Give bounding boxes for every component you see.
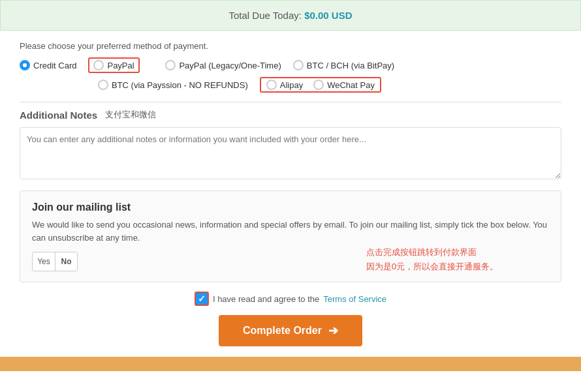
- payment-instruction: Please choose your preferred method of p…: [20, 41, 561, 51]
- total-bar: Total Due Today: $0.00 USD: [0, 0, 581, 31]
- radio-alipay: [266, 80, 277, 90]
- mailing-description: We would like to send you occasional new…: [32, 219, 549, 244]
- additional-notes-section: Additional Notes 支付宝和微信: [0, 102, 581, 181]
- mailing-toggle[interactable]: Yes No: [32, 252, 78, 271]
- chinese-note: 支付宝和微信: [105, 109, 156, 121]
- tos-checkbox[interactable]: ✓: [195, 292, 209, 306]
- complete-order-container: Complete Order ➔: [0, 315, 581, 346]
- paypal-legacy-label: PayPal (Legacy/One-Time): [179, 61, 281, 70]
- total-amount: $0.00 USD: [304, 10, 352, 21]
- btc-payssion-label: BTC (via Payssion - NO REFUNDS): [112, 80, 248, 90]
- annotation-block: 点击完成按钮跳转到付款界面 因为是0元，所以会直接开通服务。: [366, 245, 549, 274]
- radio-credit-card: [20, 60, 30, 70]
- payment-option-alipay[interactable]: Alipay: [266, 80, 303, 90]
- arrow-right-icon: ➔: [328, 324, 338, 338]
- radio-btc-payssion: [98, 80, 108, 90]
- payment-option-credit-card[interactable]: Credit Card: [20, 57, 76, 73]
- complete-order-label: Complete Order: [243, 325, 322, 337]
- radio-wechat: [313, 80, 324, 90]
- payment-option-wechat[interactable]: WeChat Pay: [313, 80, 375, 90]
- payment-option-paypal-legacy[interactable]: PayPal (Legacy/One-Time): [165, 57, 281, 73]
- checkmark-icon: ✓: [198, 294, 206, 304]
- wechat-label: WeChat Pay: [327, 80, 375, 90]
- credit-card-label: Credit Card: [33, 61, 76, 70]
- btc-bch-label: BTC / BCH (via BitPay): [307, 61, 394, 70]
- mailing-section: Join our mailing list We would like to s…: [20, 190, 561, 282]
- payment-row-2: BTC (via Payssion - NO REFUNDS) Alipay W…: [20, 77, 561, 93]
- tos-link[interactable]: Terms of Service: [323, 294, 386, 304]
- annotation-line2: 因为是0元，所以会直接开通服务。: [366, 260, 549, 274]
- additional-notes-header: Additional Notes 支付宝和微信: [20, 109, 561, 121]
- complete-order-button[interactable]: Complete Order ➔: [219, 315, 362, 346]
- total-label: Total Due Today:: [228, 10, 301, 21]
- radio-btc-bch: [293, 60, 304, 70]
- toggle-yes-button[interactable]: Yes: [33, 252, 55, 271]
- payment-row-1: Credit Card PayPal PayPal (Legacy/One-Ti…: [20, 57, 561, 73]
- radio-paypal: [93, 60, 104, 70]
- payment-option-btc-bch[interactable]: BTC / BCH (via BitPay): [293, 57, 394, 73]
- payment-option-btc-payssion[interactable]: BTC (via Payssion - NO REFUNDS): [98, 77, 248, 93]
- bottom-bar: [0, 357, 581, 371]
- alipay-wechat-box: Alipay WeChat Pay: [260, 77, 381, 93]
- mailing-title: Join our mailing list: [32, 202, 549, 213]
- tos-text: I have read and agree to the: [213, 294, 319, 304]
- mailing-row: Yes No 点击完成按钮跳转到付款界面 因为是0元，所以会直接开通服务。: [32, 252, 549, 271]
- paypal-label: PayPal: [107, 61, 134, 70]
- toggle-no-button[interactable]: No: [55, 252, 77, 271]
- tos-section: ✓ I have read and agree to the Terms of …: [0, 292, 581, 306]
- radio-paypal-legacy: [165, 60, 176, 70]
- annotation-line1: 点击完成按钮跳转到付款界面: [366, 245, 549, 260]
- notes-textarea[interactable]: [20, 127, 561, 179]
- payment-option-paypal[interactable]: PayPal: [88, 57, 139, 73]
- payment-section: Please choose your preferred method of p…: [0, 41, 581, 93]
- additional-notes-title: Additional Notes: [20, 110, 97, 121]
- alipay-label: Alipay: [280, 80, 303, 90]
